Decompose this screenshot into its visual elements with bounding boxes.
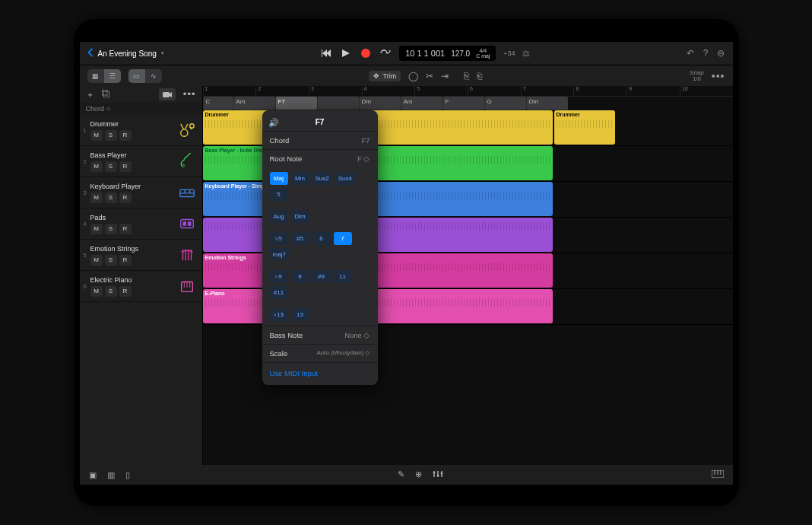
instrument-icon[interactable] (176, 119, 198, 141)
track-s-button[interactable]: S (105, 130, 117, 141)
loop-tool-button[interactable]: ◯ (408, 71, 418, 81)
chord-chip[interactable]: 11 (334, 270, 352, 283)
track-r-button[interactable]: R (119, 161, 132, 172)
paste-button[interactable]: ⎗ (477, 71, 482, 81)
use-midi-link[interactable]: Use MIDI Input (262, 362, 378, 380)
ruler-mark[interactable]: 6 (468, 86, 521, 96)
record-button[interactable] (360, 47, 372, 59)
bar-ruler[interactable]: 12345678910 (203, 86, 733, 97)
instrument-icon[interactable] (176, 151, 198, 172)
chord-row[interactable]: CAmF7DmAmFGDm (203, 97, 733, 110)
instrument-icon[interactable] (176, 275, 198, 297)
chord-cell[interactable]: G (484, 97, 526, 110)
chord-chip[interactable]: 7 (334, 232, 352, 245)
bass-note-field[interactable]: Bass Note None ◇ (262, 326, 378, 344)
library-button[interactable]: ⿻ (102, 89, 110, 100)
track-r-button[interactable]: R (119, 255, 132, 266)
tracks-view-button[interactable]: ▭ (128, 69, 145, 83)
chord-chip[interactable]: Min (291, 172, 309, 185)
region[interactable]: E-Piano (203, 289, 553, 323)
track-header[interactable]: 2Bass PlayerMSR (80, 146, 202, 177)
track-m-button[interactable]: M (90, 224, 103, 234)
keyboard-button[interactable] (712, 470, 724, 479)
track-m-button[interactable]: M (90, 255, 103, 266)
track-header[interactable]: 1DrummerMSR (80, 115, 202, 146)
scissors-tool-button[interactable]: ✂ (426, 71, 433, 81)
instrument-icon[interactable] (176, 244, 198, 266)
grid-view-button[interactable]: ▦ (87, 69, 104, 83)
cycle-button[interactable] (379, 47, 392, 59)
chord-cell[interactable]: F7 (275, 97, 317, 110)
chord-chip[interactable]: Sus4 (335, 172, 355, 185)
track-header[interactable]: 4PadsMSR (80, 208, 202, 240)
speaker-icon[interactable]: 🔊 (268, 118, 279, 128)
chord-cell[interactable]: F (442, 97, 484, 110)
chord-cell[interactable]: Dm (359, 97, 401, 110)
instrument-icon[interactable] (176, 213, 198, 234)
rewind-button[interactable] (320, 47, 332, 59)
chord-chip[interactable]: 5 (270, 188, 288, 201)
region[interactable]: Drummer (554, 110, 615, 145)
chord-cell[interactable] (317, 97, 359, 110)
track-s-button[interactable]: S (105, 161, 117, 172)
scale-field[interactable]: Scale Auto (Mixolydian) ◇ (262, 344, 378, 362)
edit-button[interactable]: ✎ (398, 469, 404, 480)
copy-button[interactable]: ⎘ (464, 71, 469, 81)
chord-cell[interactable]: Am (233, 97, 275, 110)
more-button[interactable]: ••• (712, 70, 725, 82)
arrange-area[interactable]: 12345678910 CAmF7DmAmFGDm DrummerDrummer… (203, 86, 733, 465)
camera-button[interactable] (159, 88, 176, 100)
tuner-readout[interactable]: ⌁34 (503, 49, 515, 57)
region[interactable]: Drummer (203, 110, 553, 145)
ruler-mark[interactable]: 7 (521, 86, 574, 96)
chord-chip[interactable]: ♭5 (270, 232, 288, 245)
instrument-icon[interactable] (176, 182, 198, 203)
help-button[interactable]: ? (703, 48, 709, 59)
track-m-button[interactable]: M (90, 161, 103, 172)
chord-chip[interactable]: 13 (291, 308, 309, 321)
chord-chip[interactable]: Aug (270, 210, 288, 223)
settings-button[interactable]: ⊖ (717, 48, 725, 59)
region[interactable]: Emotion Strings (203, 253, 553, 288)
inspector-button[interactable]: ⊕ (415, 469, 422, 480)
track-s-button[interactable]: S (105, 255, 117, 266)
track-m-button[interactable]: M (90, 286, 103, 297)
track-m-button[interactable]: M (90, 130, 103, 141)
song-menu-chevron-icon[interactable]: ▾ (161, 50, 164, 56)
mixer-button[interactable]: ▥ (107, 470, 115, 480)
add-track-button[interactable]: ＋ (86, 89, 94, 100)
track-r-button[interactable]: R (119, 130, 132, 141)
root-note-field[interactable]: Root Note F ◇ (262, 149, 378, 167)
chord-cell[interactable]: Dm (526, 97, 568, 110)
track-s-button[interactable]: S (105, 286, 117, 297)
controls-button[interactable] (433, 469, 443, 480)
automation-view-button[interactable]: ∿ (145, 69, 162, 83)
track-r-button[interactable]: R (119, 224, 132, 234)
chord-chip[interactable]: ♭13 (270, 308, 288, 321)
track-s-button[interactable]: S (105, 224, 117, 234)
region[interactable]: Keyboard Player - Simple (203, 182, 553, 216)
track-r-button[interactable]: R (119, 286, 132, 297)
notes-button[interactable]: ▯ (125, 470, 130, 480)
region[interactable] (203, 218, 553, 252)
chord-chip[interactable]: #11 (270, 286, 288, 299)
ruler-mark[interactable]: 3 (309, 86, 362, 96)
region[interactable]: Bass Player - Indie Disco (203, 146, 553, 180)
track-r-button[interactable]: R (119, 192, 132, 203)
chord-chip[interactable]: Maj (270, 172, 288, 185)
back-button[interactable] (87, 48, 94, 59)
snap-setting[interactable]: Snap 1/8 (690, 70, 704, 82)
chord-chip[interactable]: 9 (291, 270, 309, 283)
chord-chip[interactable]: ♭9 (270, 270, 288, 283)
chord-chip[interactable]: #9 (312, 270, 331, 283)
display-mode-group[interactable]: ▭ ∿ (128, 69, 162, 83)
track-more-button[interactable]: ••• (183, 88, 196, 100)
chord-chip[interactable]: Dim (291, 210, 309, 223)
ruler-mark[interactable]: 5 (414, 86, 468, 96)
track-header[interactable]: 5Emotion StringsMSR (80, 240, 202, 271)
chord-chip[interactable]: #5 (291, 232, 309, 245)
ruler-mark[interactable]: 8 (573, 86, 626, 96)
list-view-button[interactable]: ☰ (104, 69, 121, 83)
chord-field[interactable]: Chord F7 (262, 131, 378, 149)
undo-button[interactable]: ↶ (687, 48, 694, 59)
